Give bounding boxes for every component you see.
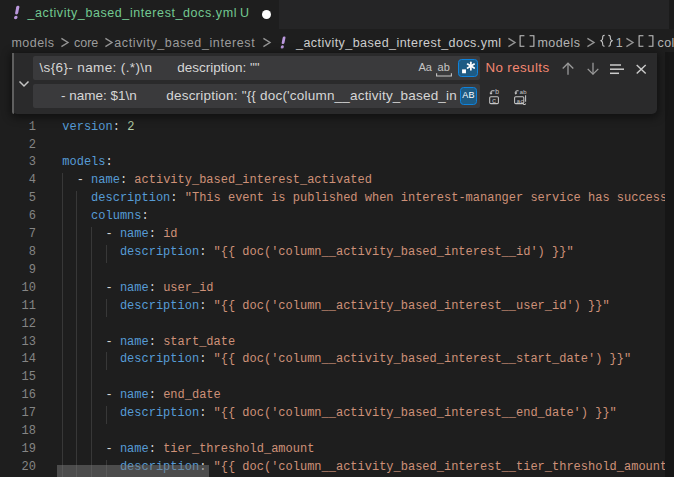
svg-text:ac: ac: [517, 98, 525, 105]
svg-text:c: c: [492, 97, 496, 105]
svg-text:ab: ab: [519, 89, 527, 96]
svg-text:b: b: [495, 89, 499, 96]
